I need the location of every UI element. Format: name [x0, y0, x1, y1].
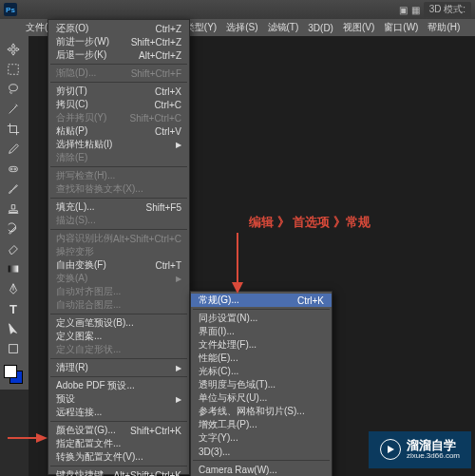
menu-item[interactable]: 颜色设置(G)...Shift+Ctrl+K [48, 424, 189, 437]
menu-item[interactable]: 转换为配置文件(V)... [48, 450, 189, 464]
menu-item-shortcut: Ctrl+V [155, 126, 181, 137]
menu-6[interactable]: 滤镜(T) [263, 19, 304, 36]
menu-item[interactable]: 清理(R)▶ [48, 361, 189, 374]
gradient-tool[interactable] [2, 259, 25, 278]
move-tool[interactable] [2, 40, 25, 59]
menu-item-label: 粘贴(P) [56, 124, 87, 138]
eyedropper-tool[interactable] [2, 140, 25, 159]
menu-item-label: 3D(3)... [199, 447, 230, 457]
menu-item[interactable]: 粘贴(P)Ctrl+V [48, 124, 189, 138]
options-bar-right: ▣ ▦ 3D 模式: [399, 2, 471, 17]
healing-tool[interactable] [2, 160, 25, 179]
svg-point-3 [10, 168, 12, 170]
menu-item[interactable]: 透明度与色域(T)... [191, 378, 332, 391]
menu-item[interactable]: Adobe PDF 预设... [48, 379, 189, 392]
menu-item-label: 前进一步(W) [56, 35, 109, 48]
menu-item[interactable]: 选择性粘贴(I)▶ [48, 138, 189, 151]
menu-item[interactable]: 填充(L)...Shift+F5 [48, 200, 189, 214]
menu-item-label: 自动对齐图层... [56, 285, 121, 298]
submenu-arrow-icon: ▶ [176, 275, 181, 283]
menu-item-shortcut: Shift+Ctrl+F [131, 68, 181, 79]
svg-marker-10 [36, 433, 48, 443]
menu-item[interactable]: 增效工具(P)... [191, 418, 332, 431]
menu-item[interactable]: 文件处理(F)... [191, 338, 332, 352]
menu-item-label: 键盘快捷键... [56, 468, 111, 476]
menu-item[interactable]: 3D(3)... [191, 445, 332, 458]
menu-item-label: 定义自定形状... [56, 343, 121, 356]
menu-item-shortcut: Shift+Ctrl+C [130, 113, 181, 124]
separator [193, 460, 330, 461]
menu-item-label: 增效工具(P)... [199, 418, 257, 431]
type-tool[interactable]: T [2, 299, 25, 318]
menu-item-label: Camera Raw(W)... [199, 465, 277, 475]
separator [50, 358, 187, 359]
separator [50, 466, 187, 466]
menu-9[interactable]: 窗口(W) [379, 19, 423, 36]
menu-item[interactable]: 前进一步(W)Shift+Ctrl+Z [48, 35, 189, 48]
svg-marker-8 [232, 282, 243, 294]
menu-item[interactable]: 参考线、网格和切片(S)... [191, 405, 332, 418]
menu-item[interactable]: Camera Raw(W)... [191, 463, 332, 476]
history-brush-tool[interactable] [2, 219, 25, 238]
wand-tool[interactable] [2, 100, 25, 119]
menu-item-label: 参考线、网格和切片(S)... [199, 405, 305, 418]
svg-point-1 [10, 85, 18, 91]
menu-item[interactable]: 性能(E)... [191, 352, 332, 365]
svg-rect-0 [9, 65, 19, 75]
menu-item-label: 清除(E) [56, 151, 87, 164]
menu-8[interactable]: 视图(V) [338, 19, 379, 36]
menu-item[interactable]: 定义画笔预设(B)... [48, 316, 189, 330]
menu-item[interactable]: 拷贝(C)Ctrl+C [48, 98, 189, 111]
menu-item-label: 还原(O) [56, 22, 88, 35]
menu-item-label: 自由变换(F) [56, 258, 106, 272]
submenu-arrow-icon: ▶ [176, 395, 181, 404]
menu-item: 查找和替换文本(X)... [48, 182, 189, 196]
menu-item[interactable]: 同步设置(N)... [191, 312, 332, 325]
menu-item[interactable]: 指定配置文件... [48, 437, 189, 450]
menu-item-label: 清理(R) [56, 361, 88, 374]
menu-item: 内容识别比例Alt+Shift+Ctrl+C [48, 232, 189, 245]
mode-label: 3D 模式: [424, 2, 471, 17]
marquee-tool[interactable] [2, 60, 25, 79]
foreground-color[interactable] [4, 365, 17, 378]
menu-item-shortcut: Shift+F5 [145, 202, 181, 213]
shape-tool[interactable] [2, 339, 25, 358]
annotation-arrow-down [228, 233, 247, 295]
menu-7[interactable]: 3D(D) [303, 21, 338, 35]
separator [50, 166, 187, 167]
lasso-tool[interactable] [2, 80, 25, 99]
annotation-arrow-right [8, 431, 48, 448]
color-swatches[interactable] [2, 363, 27, 386]
menu-item-shortcut: Shift+Ctrl+K [130, 426, 181, 436]
menu-item-label: 光标(C)... [199, 365, 238, 378]
stamp-tool[interactable] [2, 200, 25, 219]
menu-item[interactable]: 常规(G)...Ctrl+K [191, 294, 332, 307]
menu-item: 拼写检查(H)... [48, 169, 189, 182]
menu-item-label: 界面(I)... [199, 325, 235, 338]
menu-item[interactable]: 单位与标尺(U)... [191, 391, 332, 405]
menu-item[interactable]: 预设▶ [48, 392, 189, 406]
eraser-tool[interactable] [2, 239, 25, 258]
view-toggle-icon[interactable]: ▦ [411, 5, 420, 15]
pen-tool[interactable] [2, 279, 25, 298]
menu-item[interactable]: 剪切(T)Ctrl+X [48, 85, 189, 98]
path-tool[interactable] [2, 319, 25, 338]
menu-item[interactable]: 后退一步(K)Alt+Ctrl+Z [48, 48, 189, 62]
menu-item: 自动对齐图层... [48, 285, 189, 298]
menu-item[interactable]: 光标(C)... [191, 365, 332, 378]
menu-10[interactable]: 帮助(H) [423, 19, 465, 36]
menu-item-label: 透明度与色域(T)... [199, 378, 276, 391]
menu-item[interactable]: 定义图案... [48, 330, 189, 343]
crop-tool[interactable] [2, 120, 25, 139]
menu-item: 自动混合图层... [48, 298, 189, 312]
menu-item[interactable]: 界面(I)... [191, 325, 332, 338]
brush-tool[interactable] [2, 180, 25, 199]
menu-5[interactable]: 选择(S) [221, 19, 262, 36]
menu-item[interactable]: 文字(Y)... [191, 431, 332, 445]
menu-item[interactable]: 远程连接... [48, 406, 189, 419]
view-toggle-icon[interactable]: ▣ [399, 5, 408, 15]
menu-item[interactable]: 还原(O)Ctrl+Z [48, 22, 189, 35]
menu-item[interactable]: 自由变换(F)Ctrl+T [48, 258, 189, 272]
menu-item[interactable]: 键盘快捷键...Alt+Shift+Ctrl+K [48, 468, 189, 476]
menu-item: 操控变形 [48, 245, 189, 258]
